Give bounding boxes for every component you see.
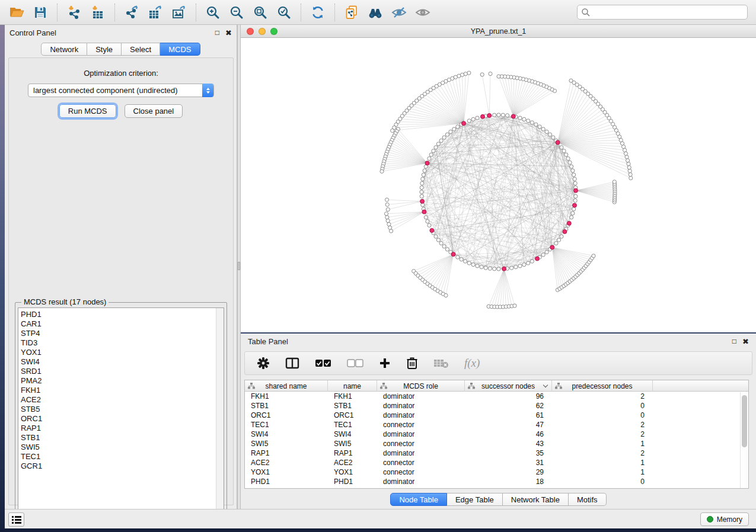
mcds-node[interactable] bbox=[422, 210, 426, 214]
table-row[interactable]: RAP1RAP1dominator352 bbox=[245, 448, 748, 458]
mcds-result-item[interactable]: GCR1 bbox=[21, 462, 216, 471]
mcds-node[interactable] bbox=[430, 229, 434, 233]
import-network-icon[interactable] bbox=[62, 2, 86, 23]
network-window-titlebar[interactable]: YPA_prune.txt_1 bbox=[241, 25, 756, 38]
zoom-selected-icon[interactable] bbox=[272, 2, 296, 23]
first-neighbors-icon[interactable] bbox=[363, 2, 387, 23]
table-scrollbar-thumb[interactable] bbox=[742, 395, 747, 447]
task-history-button[interactable] bbox=[8, 512, 24, 527]
export-table-icon[interactable] bbox=[143, 2, 167, 23]
mcds-node[interactable] bbox=[574, 188, 578, 193]
hide-selected-icon[interactable] bbox=[387, 2, 411, 23]
mcds-result-item[interactable]: YOX1 bbox=[21, 348, 216, 357]
delete-column-icon[interactable] bbox=[406, 357, 418, 370]
close-window-icon[interactable] bbox=[247, 28, 254, 35]
tab-select[interactable]: Select bbox=[122, 43, 160, 56]
add-column-icon[interactable] bbox=[379, 357, 391, 369]
optimization-criterion-select[interactable]: largest connected component (undirected) bbox=[28, 84, 214, 97]
table-row[interactable]: FKH1FKH1dominator962 bbox=[245, 392, 748, 401]
mcds-result-item[interactable]: SWI5 bbox=[21, 443, 216, 452]
settings-icon[interactable] bbox=[257, 357, 270, 370]
column-header-MCDS-role[interactable]: MCDS role bbox=[377, 380, 465, 392]
save-session-icon[interactable] bbox=[28, 2, 52, 23]
table-row[interactable]: STB1STB1dominator620 bbox=[245, 401, 748, 411]
table-row[interactable]: PHD1PHD1dominator180 bbox=[245, 477, 748, 486]
mcds-node[interactable] bbox=[462, 121, 466, 126]
import-table-icon[interactable] bbox=[86, 2, 110, 23]
column-header-successor-nodes[interactable]: successor nodes bbox=[465, 380, 552, 392]
tab-edge-table[interactable]: Edge Table bbox=[447, 493, 503, 506]
memory-button[interactable]: Memory bbox=[700, 512, 749, 526]
tab-mcds[interactable]: MCDS bbox=[160, 43, 200, 56]
zoom-out-icon[interactable] bbox=[225, 2, 248, 23]
split-panel-icon[interactable] bbox=[285, 357, 299, 369]
table-row[interactable]: TEC1TEC1connector472 bbox=[245, 420, 748, 430]
mcds-result-item[interactable]: TEC1 bbox=[21, 452, 216, 462]
column-header-predecessor-nodes[interactable]: predecessor nodes bbox=[552, 380, 653, 392]
float-panel-icon[interactable]: □ bbox=[215, 28, 219, 37]
table-row[interactable]: SWI5SWI5connector431 bbox=[245, 439, 748, 448]
table-scrollbar[interactable] bbox=[740, 392, 748, 488]
function-builder-icon[interactable]: f(x) bbox=[464, 357, 480, 370]
float-table-panel-icon[interactable]: □ bbox=[732, 337, 736, 345]
mcds-result-item[interactable]: RAP1 bbox=[21, 424, 216, 433]
network-graph[interactable] bbox=[241, 38, 756, 332]
mcds-node[interactable] bbox=[487, 114, 492, 118]
mcds-node[interactable] bbox=[481, 114, 485, 118]
show-all-icon[interactable] bbox=[411, 2, 435, 23]
network-canvas[interactable] bbox=[241, 38, 756, 332]
table-row[interactable]: SWI4SWI4dominator462 bbox=[245, 430, 748, 439]
close-panel-button[interactable]: Close panel bbox=[125, 104, 183, 118]
mcds-node[interactable] bbox=[550, 245, 554, 249]
mcds-node[interactable] bbox=[573, 203, 577, 207]
export-image-icon[interactable] bbox=[167, 2, 191, 23]
zoom-fit-icon[interactable] bbox=[248, 2, 272, 23]
mcds-node[interactable] bbox=[425, 161, 429, 165]
table-row[interactable]: YOX1YOX1connector291 bbox=[245, 467, 748, 477]
mcds-result-item[interactable]: PHD1 bbox=[21, 310, 216, 319]
close-table-panel-icon[interactable]: ✖ bbox=[742, 337, 749, 346]
deselect-all-icon[interactable] bbox=[347, 359, 363, 367]
minimize-window-icon[interactable] bbox=[259, 28, 266, 35]
mcds-result-item[interactable]: ORC1 bbox=[21, 414, 216, 424]
tab-node-table[interactable]: Node Table bbox=[390, 493, 447, 506]
splitter-grip[interactable] bbox=[238, 262, 240, 270]
run-mcds-button[interactable]: Run MCDS bbox=[59, 104, 116, 118]
tab-style[interactable]: Style bbox=[87, 43, 122, 56]
mcds-result-item[interactable]: FKH1 bbox=[21, 386, 216, 395]
mcds-result-list[interactable]: PHD1CAR1STP4TID3YOX1SWI4SRD1PMA2FKH1ACE2… bbox=[18, 307, 224, 521]
zoom-in-icon[interactable] bbox=[201, 2, 225, 23]
delete-table-icon[interactable] bbox=[433, 358, 449, 368]
search-box[interactable] bbox=[577, 5, 748, 20]
tab-motifs[interactable]: Motifs bbox=[569, 493, 607, 506]
open-file-icon[interactable] bbox=[5, 2, 28, 23]
mcds-node[interactable] bbox=[556, 140, 560, 145]
mcds-node[interactable] bbox=[420, 199, 425, 203]
mcds-result-item[interactable]: STB5 bbox=[21, 405, 216, 414]
mcds-result-item[interactable]: TID3 bbox=[21, 338, 216, 348]
mcds-result-item[interactable]: ACE2 bbox=[21, 395, 216, 405]
mcds-node[interactable] bbox=[511, 114, 515, 118]
table-row[interactable]: ORC1ORC1dominator610 bbox=[245, 411, 748, 420]
mcds-node[interactable] bbox=[502, 267, 506, 271]
mcds-result-item[interactable]: STB1 bbox=[21, 433, 216, 443]
table-row[interactable]: ACE2ACE2connector311 bbox=[245, 458, 748, 467]
zoom-window-icon[interactable] bbox=[270, 28, 277, 35]
mcds-result-item[interactable]: SWI4 bbox=[21, 357, 216, 367]
mcds-result-item[interactable]: CAR1 bbox=[21, 319, 216, 329]
export-network-icon[interactable] bbox=[120, 2, 143, 23]
mcds-result-item[interactable]: STP4 bbox=[21, 329, 216, 338]
mcds-result-item[interactable]: SRD1 bbox=[21, 367, 216, 376]
tab-network-table[interactable]: Network Table bbox=[503, 493, 569, 506]
select-all-icon[interactable] bbox=[315, 359, 331, 367]
tab-network[interactable]: Network bbox=[41, 43, 87, 56]
mcds-node[interactable] bbox=[451, 252, 455, 257]
mcds-node[interactable] bbox=[563, 230, 567, 234]
search-input[interactable] bbox=[591, 7, 747, 18]
column-header-name[interactable]: name bbox=[328, 380, 377, 392]
mcds-list-scrollbar[interactable] bbox=[216, 308, 224, 520]
mcds-result-item[interactable]: PMA2 bbox=[21, 376, 216, 386]
clone-network-icon[interactable] bbox=[340, 2, 363, 23]
close-panel-icon[interactable]: ✖ bbox=[225, 28, 232, 37]
column-header-shared-name[interactable]: shared name bbox=[245, 380, 328, 392]
